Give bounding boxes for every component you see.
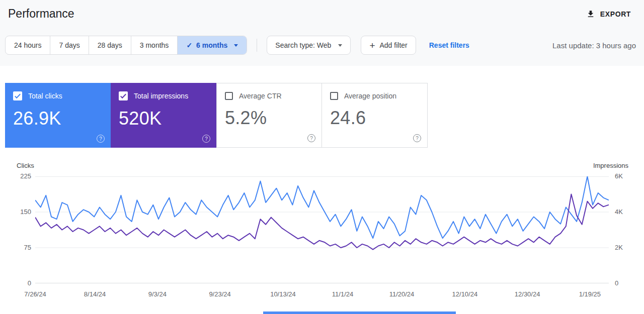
search-type-dropdown[interactable]: Search type: Web [267,36,351,55]
help-icon[interactable] [97,135,105,143]
y-tick-label-left: 0 [0,279,31,287]
help-icon[interactable] [202,135,210,143]
performance-chart: Clicks Impressions 2251507506K4K2K07/26/… [0,161,644,307]
card-total-impressions[interactable]: Total impressions 520K [111,83,216,148]
x-axis-label: 8/14/24 [84,290,106,298]
x-axis-label: 10/13/24 [270,290,296,298]
help-icon[interactable] [307,134,315,142]
date-range-selector: 24 hours 7 days 28 days 3 months 6 month… [5,36,247,55]
date-range-3-months[interactable]: 3 months [131,36,178,54]
y-tick-label-left: 75 [0,244,31,252]
left-axis-title: Clicks [17,162,34,169]
export-button[interactable]: EXPORT [586,10,631,19]
date-range-24-hours[interactable]: 24 hours [6,36,50,54]
export-label: EXPORT [600,10,631,18]
plus-icon [369,41,375,50]
add-filter-button[interactable]: Add filter [361,36,416,55]
add-filter-label: Add filter [379,41,407,49]
download-icon [586,10,595,19]
right-axis-title: Impressions [593,162,628,169]
line-series-clicks [35,176,609,238]
line-series-impressions [35,194,609,250]
y-tick-label-right: 4K [615,208,623,216]
help-icon[interactable] [413,134,421,142]
card-average-position[interactable]: Average position 24.6 [322,83,428,148]
divider [257,39,257,52]
check-icon [186,41,192,49]
chevron-down-icon [234,44,238,47]
card-label: Average position [344,92,396,100]
y-tick-label-left: 225 [0,172,31,180]
x-axis-label: 9/23/24 [209,290,230,298]
checkbox-unchecked-icon[interactable] [225,92,233,100]
metric-cards: Total clicks 26.9K Total impressions 520… [5,83,644,148]
x-axis-label: 1/19/25 [579,290,601,298]
checkbox-checked-icon[interactable] [119,91,128,100]
y-tick-label-left: 150 [0,208,31,216]
card-label: Total impressions [134,92,188,100]
header: Performance EXPORT [0,0,644,21]
x-axis-label: 12/10/24 [452,290,478,298]
card-value: 5.2% [225,108,313,129]
page-title: Performance [8,7,74,21]
x-axis-label: 12/30/24 [515,290,540,298]
card-value: 24.6 [330,108,419,129]
axis-titles: Clicks Impressions [17,162,628,169]
date-range-28-days[interactable]: 28 days [89,36,131,54]
last-update-text: Last update: 3 hours ago [552,41,636,50]
filter-bar: 24 hours 7 days 28 days 3 months 6 month… [5,36,636,55]
card-label: Average CTR [239,92,282,100]
reset-filters-link[interactable]: Reset filters [429,41,469,49]
date-range-6-months[interactable]: 6 months [177,36,247,54]
y-tick-label-right: 0 [615,279,618,287]
card-value: 26.9K [13,108,103,129]
x-axis-label: 7/26/24 [24,290,46,298]
date-range-label: 6 months [196,41,227,49]
x-axis-label: 9/3/24 [148,290,167,298]
chart-plot-area[interactable] [35,176,609,283]
x-axis-label: 11/1/24 [332,290,353,298]
top-bar: Performance EXPORT 24 hours 7 days 28 da… [0,0,644,66]
chevron-down-icon [338,44,342,47]
y-tick-label-right: 6K [615,172,623,180]
x-axis-label: 11/20/24 [389,290,415,298]
search-type-label: Search type: Web [275,41,331,49]
card-label: Total clicks [28,92,62,100]
checkbox-unchecked-icon[interactable] [330,92,338,100]
checkbox-checked-icon[interactable] [13,91,22,100]
bottom-partial-bar [263,311,456,314]
card-value: 520K [119,108,208,129]
date-range-7-days[interactable]: 7 days [50,36,88,54]
card-total-clicks[interactable]: Total clicks 26.9K [5,83,111,148]
card-average-ctr[interactable]: Average CTR 5.2% [216,83,322,148]
y-tick-label-right: 2K [615,244,623,252]
